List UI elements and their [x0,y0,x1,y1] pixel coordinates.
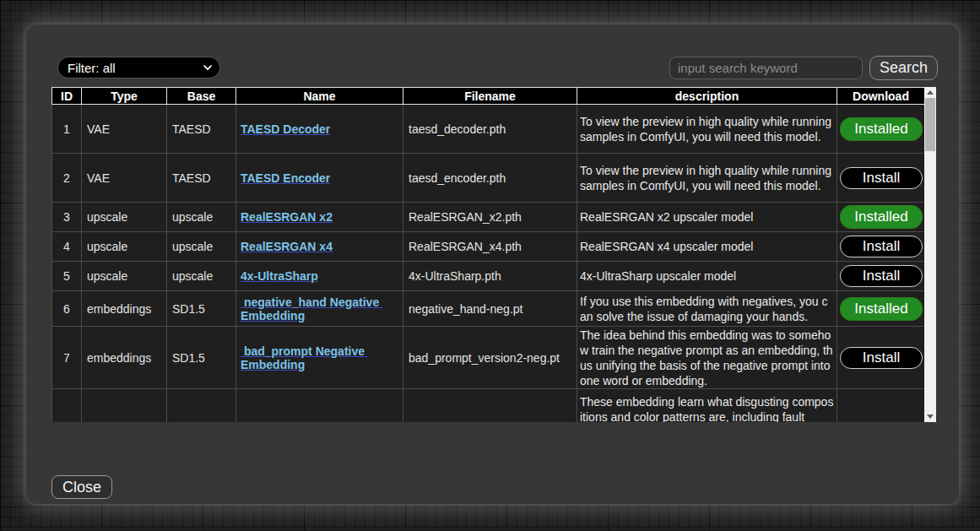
model-name-text: bad_prompt Negative Embedding [241,344,368,371]
model-name-link[interactable]: TAESD Decoder [241,122,330,136]
table-row: 7embeddingsSD1.5 bad_prompt Negative Emb… [52,327,925,389]
model-name-text: 4x-UltraSharp [241,269,318,283]
scroll-down-icon[interactable] [924,411,936,422]
cell-name: TAESD Encoder [236,154,403,203]
cell-id: 7 [52,327,82,389]
cell-base: TAESD [167,105,236,154]
cell-download [837,389,925,423]
cell-description: The idea behind this embedding was to so… [577,327,837,389]
table-row: 4upscaleupscaleRealESRGAN x4RealESRGAN_x… [52,232,925,262]
install-button[interactable]: Install [840,265,923,287]
cell-type: VAE [82,154,167,203]
cell-type: upscale [82,203,167,232]
table-row: These embedding learn what disgusting co… [52,389,925,423]
column-header-filename: Filename [403,88,577,105]
scrollbar-thumb[interactable] [925,98,935,151]
model-name-text: RealESRGAN x4 [241,240,333,253]
cell-download: Installed [837,291,925,327]
table-row: 1VAETAESDTAESD Decodertaesd_decoder.pthT… [52,105,925,154]
installed-button[interactable]: Installed [840,117,923,141]
install-button[interactable]: Install [840,347,923,369]
cell-download: Install [837,154,925,203]
installed-button[interactable]: Installed [840,297,923,321]
cell-base: upscale [167,232,236,262]
model-name-link[interactable]: RealESRGAN x4 [241,240,333,253]
cell-name: negative_hand Negative Embedding [236,291,403,327]
installed-button[interactable]: Installed [840,205,923,229]
table-header-row: ID Type Base Name Filename description D… [52,88,925,105]
model-name-text: TAESD Encoder [241,171,330,185]
cell-base: SD1.5 [167,327,236,389]
cell-type: VAE [82,105,167,154]
filter-select[interactable]: Filter: all [57,57,220,79]
model-name-link[interactable]: negative_hand Negative Embedding [241,295,382,322]
table-row: 3upscaleupscaleRealESRGAN x2RealESRGAN_x… [52,203,925,232]
cell-type [82,389,167,423]
model-name-text: negative_hand Negative Embedding [241,295,382,322]
cell-name: RealESRGAN x2 [236,203,403,232]
scroll-up-icon[interactable] [924,87,936,98]
cell-base: upscale [167,203,236,232]
model-name-link[interactable]: TAESD Encoder [241,171,330,185]
table-row: 5upscaleupscale4x-UltraSharp4x-UltraShar… [52,262,925,291]
cell-filename: RealESRGAN_x2.pth [403,203,577,232]
close-button[interactable]: Close [51,475,112,499]
search-button[interactable]: Search [869,56,938,80]
cell-base: TAESD [167,154,236,203]
cell-type: upscale [82,232,167,262]
cell-id: 4 [52,232,82,262]
cell-description: If you use this embedding with negatives… [577,291,837,327]
model-manager-dialog: Filter: all Search ID Type Base Na [26,24,959,504]
cell-description: These embedding learn what disgusting co… [577,389,837,423]
table-scrollbar[interactable] [924,87,936,422]
cell-description: RealESRGAN x4 upscaler model [577,232,837,262]
cell-id: 1 [52,105,82,154]
model-table: ID Type Base Name Filename description D… [51,87,925,422]
cell-type: embeddings [82,327,167,389]
cell-type: upscale [82,262,167,291]
column-header-name: Name [236,88,403,105]
column-header-description: description [577,88,837,105]
cell-description: RealESRGAN x2 upscaler model [577,203,837,232]
cell-filename: bad_prompt_version2-neg.pt [403,327,577,389]
table-row: 2VAETAESDTAESD Encodertaesd_encoder.pthT… [52,154,925,203]
cell-name: bad_prompt Negative Embedding [236,327,403,389]
cell-name: 4x-UltraSharp [236,262,403,291]
cell-download: Installed [837,203,925,232]
cell-filename: 4x-UltraSharp.pth [403,262,577,291]
model-name-link[interactable]: RealESRGAN x2 [241,210,333,224]
cell-id: 2 [52,154,82,203]
cell-base: SD1.5 [167,291,236,327]
cell-base: upscale [167,262,236,291]
cell-filename [403,389,577,423]
cell-description: To view the preview in high quality whil… [577,105,837,154]
cell-base [167,389,236,423]
model-name-link[interactable]: 4x-UltraSharp [241,269,318,283]
search-input[interactable] [669,57,863,79]
cell-name: TAESD Decoder [236,105,403,154]
column-header-base: Base [167,88,236,105]
model-name-link[interactable]: bad_prompt Negative Embedding [241,344,368,371]
column-header-id: ID [52,88,82,105]
cell-name: RealESRGAN x4 [236,232,403,262]
cell-download: Installed [837,105,925,154]
filter-select-wrap: Filter: all [57,57,220,79]
cell-download: Install [837,232,925,262]
cell-download: Install [837,262,925,291]
table-row: 6embeddingsSD1.5 negative_hand Negative … [52,291,925,327]
cell-filename: taesd_encoder.pth [403,154,577,203]
install-button[interactable]: Install [840,236,923,257]
cell-name [236,389,403,423]
cell-id: 5 [52,262,82,291]
comfyui-canvas: Filter: all Search ID Type Base Na [0,0,980,531]
model-table-container: ID Type Base Name Filename description D… [51,87,936,422]
column-header-type: Type [82,88,167,105]
cell-type: embeddings [82,291,167,327]
cell-filename: taesd_decoder.pth [403,105,577,154]
cell-id [52,389,82,423]
install-button[interactable]: Install [840,167,923,189]
cell-id: 3 [52,203,82,232]
cell-download: Install [837,327,925,389]
cell-filename: RealESRGAN_x4.pth [403,232,577,262]
model-name-text: TAESD Decoder [241,122,330,136]
